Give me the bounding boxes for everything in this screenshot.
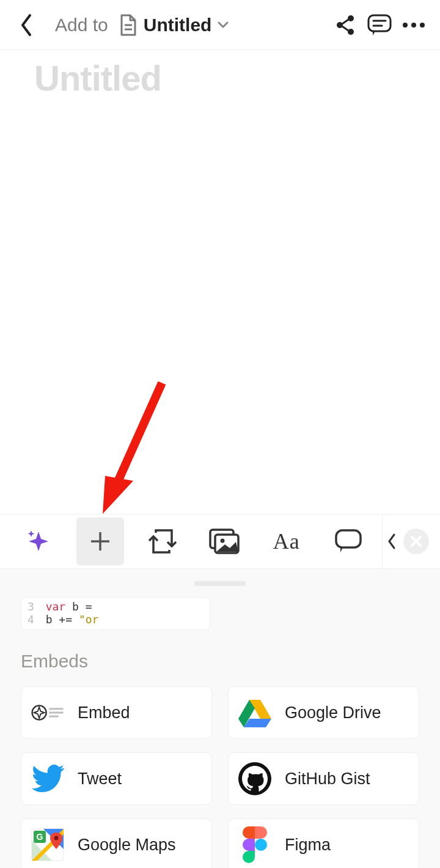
svg-rect-20 — [336, 530, 361, 547]
google-maps-icon: G — [31, 828, 64, 861]
image-button[interactable] — [194, 514, 256, 568]
tile-embed[interactable]: Embed — [21, 686, 212, 739]
tile-label: Google Maps — [78, 836, 176, 855]
chevron-left-icon — [19, 13, 34, 37]
svg-point-10 — [403, 23, 408, 28]
svg-line-6 — [342, 26, 348, 31]
close-icon — [410, 535, 422, 547]
svg-point-3 — [337, 22, 343, 28]
embeds-grid: Embed Google Drive Tweet — [21, 686, 419, 868]
svg-point-12 — [420, 23, 425, 28]
image-icon — [209, 529, 240, 554]
close-toolbar-button[interactable] — [403, 529, 429, 554]
code-line-number: 3 — [28, 600, 34, 613]
tile-label: Google Drive — [285, 703, 381, 722]
google-drive-icon — [238, 696, 271, 729]
tile-label: GitHub Gist — [285, 770, 370, 788]
block-toolbar: Aa — [0, 514, 440, 569]
code-text: b += — [46, 613, 72, 626]
doc-title-text: Untitled — [144, 15, 212, 35]
svg-point-2 — [348, 15, 354, 21]
page-icon — [119, 14, 138, 36]
comments-button[interactable] — [367, 12, 392, 38]
code-block-preview[interactable]: 3 var b = 4 b += "or — [21, 597, 210, 630]
svg-point-19 — [221, 539, 225, 543]
section-heading-embeds: Embeds — [21, 651, 419, 672]
svg-rect-7 — [369, 15, 391, 31]
ai-button[interactable] — [7, 514, 70, 568]
tile-label: Embed — [78, 703, 130, 722]
tile-tweet[interactable]: Tweet — [21, 752, 212, 805]
add-to-label[interactable]: Add to — [55, 15, 108, 35]
transform-icon — [148, 529, 177, 554]
compass-icon — [31, 696, 64, 729]
code-keyword: var — [46, 600, 66, 613]
next-toolbar-peek[interactable] — [385, 533, 398, 550]
annotation-arrow — [92, 378, 171, 519]
svg-marker-14 — [103, 476, 133, 514]
comment-bubble-icon — [334, 529, 362, 554]
comment-button[interactable] — [318, 514, 380, 568]
code-rest: b = — [72, 600, 92, 613]
page-title-placeholder: Untitled — [34, 57, 406, 98]
sparkle-icon — [26, 529, 51, 554]
chevron-down-icon — [218, 21, 229, 29]
svg-point-11 — [411, 23, 416, 28]
back-button[interactable] — [13, 12, 39, 38]
svg-point-38 — [255, 839, 267, 851]
sheet-grabber[interactable] — [194, 581, 246, 586]
github-icon — [238, 762, 271, 795]
twitter-icon — [31, 762, 64, 795]
comment-icon — [367, 13, 392, 37]
tile-figma[interactable]: Figma — [228, 818, 419, 868]
tile-label: Tweet — [78, 770, 122, 788]
figma-icon — [238, 828, 271, 861]
svg-point-4 — [348, 29, 354, 35]
chevron-left-icon — [387, 533, 396, 550]
code-string: "or — [79, 613, 99, 626]
code-line-number: 4 — [28, 613, 34, 626]
turn-into-button[interactable] — [131, 514, 194, 568]
add-block-button[interactable] — [70, 514, 132, 568]
plus-icon — [87, 529, 113, 554]
tile-google-maps[interactable]: G Google Maps — [21, 818, 212, 868]
doc-title-picker[interactable]: Untitled — [119, 14, 229, 36]
ellipsis-icon — [402, 22, 426, 28]
share-button[interactable] — [332, 12, 358, 38]
share-icon — [334, 14, 356, 36]
svg-line-13 — [115, 383, 162, 488]
svg-point-37 — [54, 836, 59, 840]
svg-line-5 — [342, 20, 348, 24]
tile-google-drive[interactable]: Google Drive — [228, 686, 419, 739]
top-bar: Add to Untitled — [0, 0, 440, 50]
text-style-label: Aa — [273, 529, 300, 554]
insert-menu-sheet: 3 var b = 4 b += "or Embeds Embed — [0, 569, 440, 868]
text-style-button[interactable]: Aa — [255, 514, 318, 568]
more-button[interactable] — [401, 12, 427, 38]
tile-label: Figma — [285, 836, 331, 855]
svg-text:G: G — [37, 832, 43, 842]
editor-body[interactable]: Untitled — [0, 50, 440, 98]
tile-github-gist[interactable]: GitHub Gist — [228, 752, 419, 805]
